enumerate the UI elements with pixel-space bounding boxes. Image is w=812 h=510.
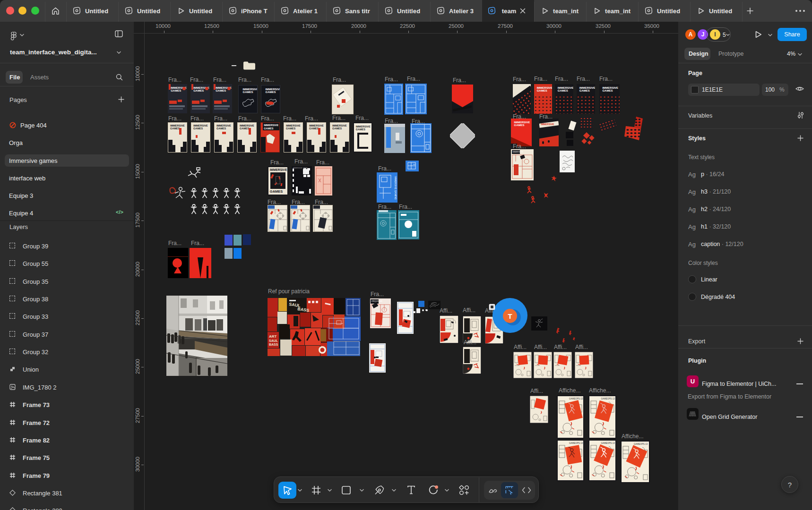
svg-text:ART: ART bbox=[269, 334, 277, 339]
svg-text:GAMEOPS·13: GAMEOPS·13 bbox=[569, 442, 583, 444]
svg-text:BASS: BASS bbox=[269, 343, 278, 346]
svg-text:SAUL: SAUL bbox=[269, 339, 278, 342]
svg-text:GAMEOPS·13: GAMEOPS·13 bbox=[601, 442, 615, 444]
svg-text:GAMEOPS·13: GAMEOPS·13 bbox=[601, 398, 615, 400]
svg-text:GAMEOPS·13: GAMEOPS·13 bbox=[634, 443, 648, 445]
svg-text:GAMEOPS·13: GAMEOPS·13 bbox=[569, 398, 583, 400]
svg-text:IMMERSIVE GAMING: IMMERSIVE GAMING bbox=[394, 176, 397, 200]
